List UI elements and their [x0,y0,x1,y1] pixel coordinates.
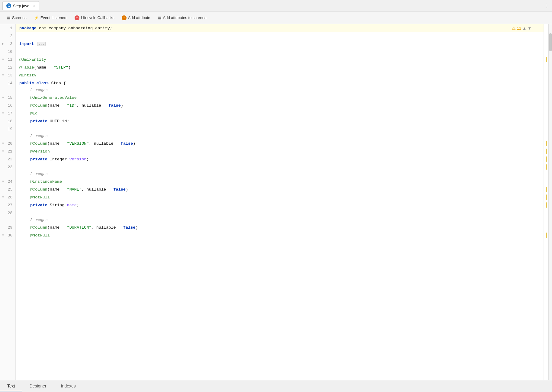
warning-mark-26 [546,194,547,200]
fold-icon-17[interactable]: ▼ [1,111,5,115]
line-num-25: 25 [0,185,15,193]
code-line-13: @Entity [16,71,544,79]
code-line-14: public class Step { [16,79,544,87]
line-num-22: 22 [0,155,15,163]
add-attributes-to-screens-icon: ▤ [158,15,162,20]
code-line-3: import ... [16,40,544,48]
warning-mark-23 [546,164,547,170]
warning-mark-27 [546,202,547,208]
line-num-21: ▼ 21 [0,147,15,155]
annotation-jmixgeneratedvalue: @JmixGeneratedValue [30,95,77,100]
add-attribute-button[interactable]: f Add attribute [119,14,153,22]
fold-icon-15[interactable]: ▼ [1,96,5,99]
add-attributes-to-screens-button[interactable]: ▤ Add attributes to screens [155,14,210,22]
gutter-line-2 [544,32,548,40]
annotation-notnull-1: @NotNull [30,195,50,200]
line-num-usages4 [0,217,15,223]
right-gutter [544,24,548,380]
screens-icon: ▤ [7,15,11,20]
gutter-line-16 [544,101,548,109]
scrollbar-thumb[interactable] [549,33,552,51]
warning-mark-30 [546,233,547,238]
gutter-usages-1 [544,87,548,94]
keyword-false-2: false [121,141,133,146]
keyword-package: package [19,26,37,31]
field-version: version [69,157,87,162]
line-num-30: ▼ 30 [0,231,15,239]
gutter-line-25 [544,185,548,193]
gutter-line-14 [544,79,548,87]
toolbar: ▤ Screens ⚡ Event Listeners m Lifecycle … [0,11,552,24]
line-num-12: 12 [0,63,15,71]
code-content[interactable]: ⚠ 11 ▲ ▼ package com.company.onboarding.… [16,24,544,380]
fold-icon-21[interactable]: ▼ [1,149,5,153]
screens-button[interactable]: ▤ Screens [4,14,30,22]
line-num-usages3 [0,171,15,178]
code-line-16: @Column (name = "ID" , nullable = false … [16,101,544,109]
annotation-notnull-2: @NotNull [30,233,50,238]
line-num-11: ▼ 11 [0,56,15,63]
string-name: "NAME" [67,187,82,192]
fold-icon-24[interactable]: ▼ [1,180,5,183]
line-num-1: 1 [0,24,15,32]
fold-import[interactable]: ... [37,42,46,46]
fold-icon-26[interactable]: ▼ [1,195,5,199]
event-listeners-icon: ⚡ [34,15,39,20]
keyword-private-3: private [30,203,47,207]
annotation-column-name: @Column [30,187,47,192]
fold-icon-13[interactable]: ▼ [1,73,5,77]
warning-mark-22 [546,156,547,162]
gutter-line-19 [544,125,548,133]
keyword-private-2: private [30,157,47,162]
line-num-usages2 [0,133,15,140]
gutter-line-21 [544,147,548,155]
gutter-usages-3 [544,171,548,178]
usages-label-4: 2 usages [16,217,544,223]
fold-icon-20[interactable]: ▼ [1,142,5,145]
lifecycle-callbacks-label: Lifecycle Callbacks [81,15,114,20]
add-attributes-to-screens-label: Add attributes to screens [163,15,207,20]
line-num-24: ▼ 24 [0,178,15,185]
event-listeners-button[interactable]: ⚡ Event Listeners [31,14,71,22]
bottom-tab-indexes[interactable]: Indexes [54,381,83,391]
warning-mark-20 [546,141,547,146]
keyword-public: public [19,81,34,85]
usages-label-1: 2 usages [16,87,544,94]
file-tab[interactable]: C Step.java × [2,1,39,10]
annotation-jmixentity: @JmixEntity [19,57,46,62]
annotation-version: @Version [30,149,50,154]
keyword-class: class [37,81,49,85]
annotation-table: @Table [19,65,34,70]
fold-icon-11[interactable]: ▼ [1,58,5,61]
warning-mark-21 [546,149,547,154]
code-line-21: @Version [16,147,544,155]
usages-label-2: 2 usages [16,133,544,140]
event-listeners-label: Event Listeners [40,15,68,20]
code-line-22: private Integer version ; [16,155,544,163]
usages-label-3: 2 usages [16,171,544,178]
vertical-scrollbar[interactable] [548,24,552,380]
string-duration: "DURATION" [67,225,91,230]
annotation-entity: @Entity [19,73,37,78]
annotation-column-version: @Column [30,141,47,146]
code-line-20: @Column (name = "VERSION" , nullable = f… [16,140,544,147]
code-line-10 [16,48,544,56]
string-step: "STEP" [53,65,68,70]
line-num-15: ▼ 15 [0,94,15,101]
line-num-23: 23 [0,163,15,171]
line-num-18: 18 [0,117,15,125]
fold-icon-30[interactable]: ▼ [1,233,5,237]
keyword-false-4: false [123,225,136,230]
bottom-tab-designer[interactable]: Designer [22,381,54,391]
lifecycle-callbacks-button[interactable]: m Lifecycle Callbacks [72,14,117,22]
gutter-line-13 [544,71,548,79]
tab-close-button[interactable]: × [33,4,35,8]
fold-icon-3[interactable]: ▶ [1,42,5,46]
gutter-line-28 [544,209,548,217]
more-options-button[interactable]: ⋮ [544,2,550,9]
gutter-line-23 [544,163,548,171]
bottom-tab-text[interactable]: Text [0,381,22,391]
gutter-line-29 [544,223,548,231]
code-line-1: package com.company.onboarding.entity; [16,24,544,32]
string-version: "VERSION" [67,141,89,146]
